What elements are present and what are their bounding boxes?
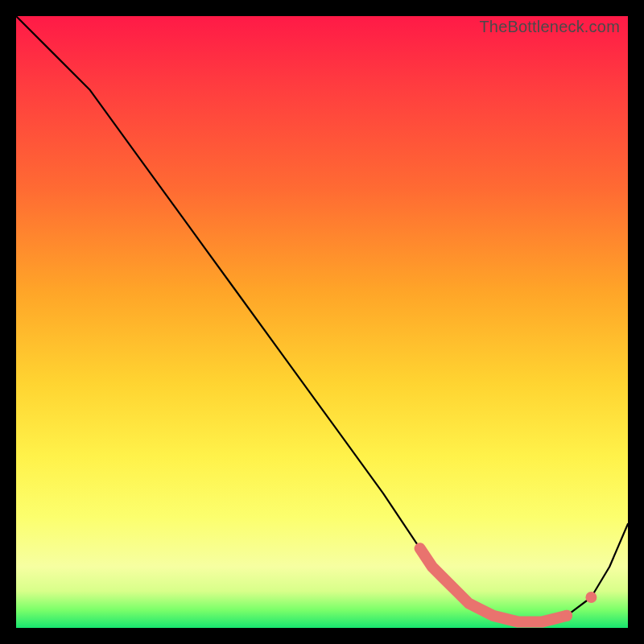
- bottleneck-curve: [16, 16, 628, 621]
- plot-area: TheBottleneck.com: [16, 16, 628, 628]
- sweet-spot-dots: [420, 548, 597, 621]
- svg-point-1: [585, 592, 597, 603]
- svg-point-0: [561, 610, 572, 621]
- chart-frame: TheBottleneck.com: [0, 0, 644, 644]
- curve-svg: [16, 16, 628, 628]
